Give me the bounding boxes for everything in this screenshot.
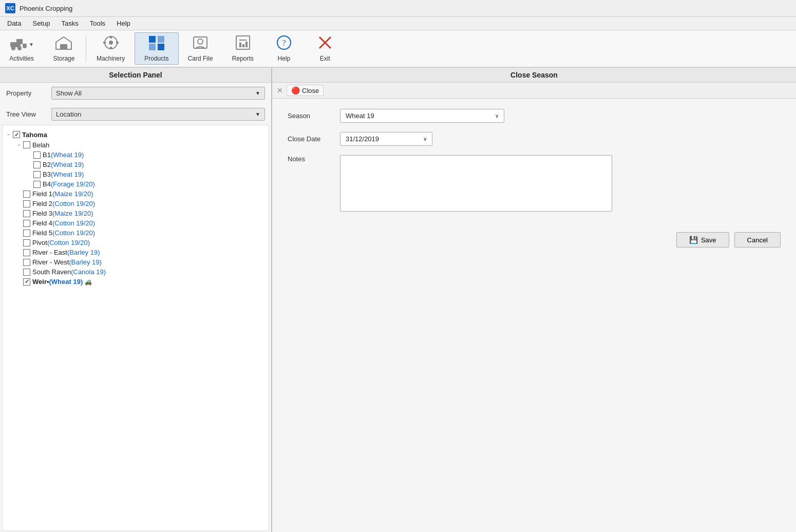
tree-checkbox-field4[interactable] (23, 220, 30, 227)
svg-rect-23 (245, 42, 248, 47)
tree-checkbox-field3[interactable] (23, 210, 30, 217)
tree-toggle-belah[interactable]: − (15, 141, 23, 149)
activities-icon (9, 35, 28, 53)
svg-point-8 (109, 41, 113, 45)
cardfile-label: Card File (188, 55, 213, 62)
property-value: Show All (56, 89, 82, 97)
help-icon: ? (275, 35, 293, 53)
tree-checkbox-riverwest[interactable] (23, 259, 30, 266)
tree-node-field5[interactable]: Field 5(Cotton 19/20) (5, 228, 267, 238)
notes-input[interactable] (340, 155, 612, 212)
svg-rect-14 (158, 36, 164, 43)
svg-rect-13 (149, 36, 156, 43)
toolbar-btn-reports[interactable]: Reports (222, 32, 263, 65)
treeview-value: Location (56, 110, 81, 118)
menu-item-tools[interactable]: Tools (85, 18, 110, 29)
toolbar-btn-machinery[interactable]: Machinery (87, 32, 135, 65)
save-label: Save (701, 236, 716, 244)
tree-node-belah[interactable]: −Belah (5, 140, 267, 150)
menu-item-setup[interactable]: Setup (27, 18, 55, 29)
tree-label-southraven: South Raven(Canola 19) (32, 268, 106, 276)
toolbar-btn-products[interactable]: Products (135, 32, 178, 65)
tree-node-field2[interactable]: Field 2(Cotton 19/20) (5, 199, 267, 208)
close-tab-label: Close (302, 87, 319, 94)
treeview-label: Tree View (6, 110, 47, 118)
svg-rect-10 (110, 47, 112, 49)
treeview-select[interactable]: Location ▼ (51, 108, 265, 121)
tree-checkbox-belah[interactable] (23, 141, 30, 148)
tree-node-rivereast[interactable]: River - East(Barley 19) (5, 248, 267, 257)
tree-node-b1[interactable]: B1(Wheat 19) (5, 150, 267, 160)
tree-node-pivot[interactable]: Pivot(Cotton 19/20) (5, 238, 267, 248)
notes-row: Notes (288, 155, 781, 212)
tree-label-field1: Field 1(Maize 19/20) (32, 190, 93, 198)
tree-label-belah: Belah (32, 141, 49, 149)
property-dropdown-arrow: ▼ (255, 90, 260, 96)
tree-checkbox-b3[interactable] (33, 171, 41, 178)
tree-node-b4[interactable]: B4(Forage 19/20) (5, 179, 267, 189)
tree-node-weir[interactable]: Weir•(Wheat 19) 🚜 (5, 277, 267, 287)
tab-close-x-btn[interactable]: ✕ (275, 86, 285, 95)
tree-checkbox-field2[interactable] (23, 200, 30, 207)
svg-rect-22 (242, 44, 244, 47)
svg-point-18 (198, 39, 203, 44)
tree-checkbox-field5[interactable] (23, 230, 30, 237)
tree-checkbox-southraven[interactable] (23, 269, 30, 276)
machinery-label: Machinery (97, 55, 125, 62)
tree-node-field1[interactable]: Field 1(Maize 19/20) (5, 189, 267, 199)
tree-checkbox-rivereast[interactable] (23, 249, 30, 256)
tree-checkbox-tahoma[interactable] (13, 131, 20, 138)
toolbar-btn-activities[interactable]: ▼Activities (0, 32, 44, 65)
menu-item-tasks[interactable]: Tasks (56, 18, 83, 29)
tree-node-b3[interactable]: B3(Wheat 19) (5, 169, 267, 179)
tree-checkbox-pivot[interactable] (23, 239, 30, 246)
tree-checkbox-weir[interactable] (23, 278, 30, 286)
storage-icon (55, 35, 72, 53)
closedate-select[interactable]: 31/12/2019 ∨ (340, 132, 432, 146)
toolbar-btn-storage[interactable]: Storage (44, 32, 85, 65)
tree-checkbox-b4[interactable] (33, 181, 41, 188)
svg-rect-12 (116, 42, 119, 44)
reports-icon (234, 35, 252, 53)
treeview-row: Tree View Location ▼ (0, 104, 271, 125)
tree-checkbox-b1[interactable] (33, 151, 41, 159)
svg-text:?: ? (282, 39, 286, 47)
toolbar-btn-cardfile[interactable]: Card File (179, 32, 223, 65)
season-select[interactable]: Wheat 19 ∨ (340, 109, 504, 123)
tree-node-field3[interactable]: Field 3(Maize 19/20) (5, 208, 267, 218)
tree-label-field5: Field 5(Cotton 19/20) (32, 229, 95, 237)
main-area: Selection Panel Property Show All ▼ Tree… (0, 68, 796, 532)
save-button[interactable]: 💾 Save (676, 232, 729, 248)
svg-rect-19 (236, 36, 250, 49)
closedate-dropdown-arrow: ∨ (423, 136, 427, 142)
tree-node-riverwest[interactable]: River - West(Barley 19) (5, 257, 267, 267)
tree-checkbox-b2[interactable] (33, 161, 41, 168)
tree-toggle-tahoma[interactable]: − (5, 130, 13, 139)
tree-node-field4[interactable]: Field 4(Cotton 19/20) (5, 218, 267, 228)
machinery-icon (102, 35, 120, 53)
menu-item-help[interactable]: Help (111, 18, 136, 29)
svg-point-5 (23, 44, 27, 48)
tree-checkbox-field1[interactable] (23, 191, 30, 198)
tree-node-southraven[interactable]: South Raven(Canola 19) (5, 267, 267, 277)
svg-point-1 (11, 46, 15, 50)
tree-node-tahoma[interactable]: −Tahoma (5, 129, 267, 140)
svg-rect-6 (60, 44, 67, 49)
close-tab-btn[interactable]: 🔴 Close (287, 85, 324, 96)
cancel-button[interactable]: Cancel (734, 232, 781, 248)
cardfile-icon (192, 35, 209, 53)
close-tab-bar: ✕ 🔴 Close (272, 83, 796, 99)
svg-point-2 (17, 46, 22, 50)
toolbar-btn-help[interactable]: ?Help (263, 32, 305, 65)
save-icon: 💾 (689, 236, 698, 244)
toolbar-btn-exit[interactable]: Exit (305, 32, 346, 65)
menu-item-data[interactable]: Data (2, 18, 26, 29)
svg-rect-9 (110, 36, 112, 39)
tree-node-b2[interactable]: B2(Wheat 19) (5, 160, 267, 169)
tree-label-b4: B4(Forage 19/20) (43, 180, 95, 188)
tree-label-field2: Field 2(Cotton 19/20) (32, 200, 95, 207)
tree-label-field4: Field 4(Cotton 19/20) (32, 219, 95, 227)
property-select[interactable]: Show All ▼ (51, 87, 265, 100)
tree-label-b1: B1(Wheat 19) (43, 151, 84, 159)
exit-label: Exit (320, 55, 330, 62)
